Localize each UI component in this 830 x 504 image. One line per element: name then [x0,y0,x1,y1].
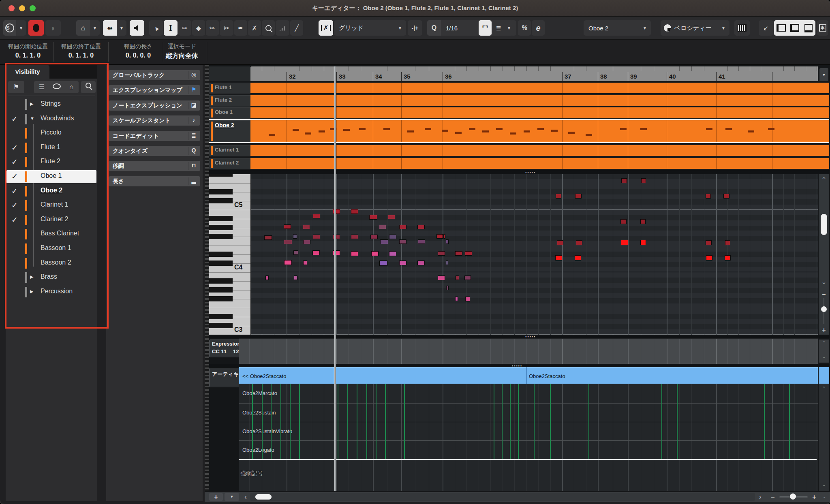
midi-note[interactable] [303,261,307,265]
pin-button[interactable]: ⚑ [8,81,24,93]
show-bottom-zone-button[interactable] [802,20,815,36]
zone-divider[interactable] [209,335,830,338]
zoom-in-vertical-button[interactable]: + [819,327,828,332]
visibility-item-clarinet-2[interactable]: ✓Clarinet 2 [6,214,96,226]
inspector-section-4[interactable]: スケールアシスタント♪ [109,115,200,126]
midi-note[interactable] [456,275,459,280]
horizontal-scrollbar-track[interactable] [250,493,755,501]
title-bar[interactable]: キーエディター： Oboe 2 (Oboe 1, Flute 2, Flute … [0,0,830,17]
overview-lane-flute-1[interactable] [250,83,829,93]
zoom-tool[interactable] [262,20,275,36]
vertical-scrollbar-thumb[interactable] [821,214,827,235]
curve-tool[interactable]: ╱ [290,20,303,36]
midi-note[interactable] [388,215,395,219]
zone-divider-grip[interactable]: ▪▪▪▪▪ [525,171,543,173]
record-button[interactable] [28,20,44,36]
midi-note[interactable] [380,239,388,244]
visibility-item-woodwinds[interactable]: ✓▼Woodwinds [6,113,96,126]
snap-type-dropdown[interactable]: グリッド▼ [334,20,406,36]
info-field-3[interactable]: 範囲の長さ0. 0. 0. 0 [118,42,158,62]
midi-note[interactable] [293,234,297,239]
midi-note[interactable] [465,251,472,256]
check-icon[interactable]: ✓ [11,143,18,152]
range-selection-tool[interactable]: I [164,20,178,36]
controller-lane-dropdown[interactable]: ベロシティー▼ [661,20,729,36]
ruler-options-button[interactable]: ▼ [819,68,828,82]
midi-note[interactable] [725,255,731,261]
overview-track-header-flute-1[interactable]: Flute 1 [209,83,250,94]
midi-note[interactable] [706,240,712,245]
black-key[interactable] [209,261,233,266]
dynamics-row[interactable]: 強弱記号 [240,470,263,477]
controller-lane[interactable] [239,338,818,365]
overview-lane-oboe-1[interactable] [250,107,829,118]
midi-note[interactable] [725,240,730,245]
midi-note[interactable] [455,297,458,301]
expand-icon[interactable]: ▶ [30,274,33,280]
midi-note[interactable] [389,251,396,256]
visibility-item-bass-clarinet[interactable]: Bass Clarinet [6,228,96,241]
midi-note[interactable] [555,255,562,261]
midi-note[interactable] [399,239,406,244]
midi-note[interactable] [446,239,449,244]
info-field-value[interactable]: 縦方向全体 [162,52,202,60]
midi-note[interactable] [284,224,291,229]
midi-note[interactable] [706,194,711,199]
horizontal-zoom-knob[interactable] [790,493,796,500]
zone-divider[interactable] [209,170,830,174]
midi-note[interactable] [303,240,310,244]
midi-note[interactable] [436,234,443,239]
visibility-item-clarinet-1[interactable]: ✓Clarinet 1 [6,199,96,212]
active-part-dropdown[interactable]: Oboe 2▼ [584,20,651,36]
midi-note[interactable] [284,240,292,244]
visibility-item-percussion[interactable]: ▶Percussion [6,286,96,299]
midi-note[interactable] [621,178,627,183]
track-list-filter-button[interactable]: ☰ [34,81,50,93]
articulation-event-1[interactable]: << Oboe2Staccato [239,367,335,384]
black-key[interactable] [209,287,233,293]
grid-nudge-button[interactable]: -|+ [408,20,422,36]
retrospective-record-button[interactable]: ◗ [45,20,61,36]
inspector-section-2[interactable]: エクスプレッションマップ⚑ [109,85,200,95]
midi-note[interactable] [438,275,445,280]
midi-note[interactable] [620,219,627,224]
midi-note[interactable] [313,235,320,239]
autoscroll-button[interactable]: ⇹ [103,20,117,36]
zone-divider-grip[interactable]: ▪▪▪▪▪ [525,335,543,338]
midi-note[interactable] [351,251,358,256]
scroll-down-button[interactable]: ⌄ [819,354,828,361]
time-warp-tool[interactable] [276,20,289,36]
midi-note[interactable] [294,275,297,280]
pitch-visibility-button[interactable] [734,20,750,36]
info-field-value[interactable]: 0. 0. 0. 0 [118,52,158,59]
expand-icon[interactable]: ▶ [30,289,33,294]
line-tool[interactable]: ✏ [206,20,219,36]
inspector-section-6[interactable]: クオンタイズQ [109,146,200,156]
glue-tool[interactable]: ✒ [234,20,247,36]
horizontal-scrollbar-thumb[interactable] [255,494,272,500]
articulation-row-oboe2legato[interactable]: Oboe2Legato [242,447,274,453]
black-key[interactable] [209,314,233,319]
midi-note[interactable] [446,261,448,265]
show-left-zone-button[interactable] [774,20,788,36]
piano-keyboard[interactable]: C5C4C3 [209,174,251,335]
check-icon[interactable]: ✓ [11,114,18,124]
visibility-item-brass[interactable]: ▶Brass [6,271,96,284]
midi-note[interactable] [371,251,379,256]
track-home-button[interactable]: ⌂ [76,20,90,36]
overview-track-header-clarinet-2[interactable]: Clarinet 2 [209,158,250,169]
black-key[interactable] [209,189,233,194]
info-field-2[interactable]: 範囲の終了位置0. 1. 1. 0 [59,42,103,62]
show-left-bottom-zone-button[interactable] [788,20,802,36]
black-key[interactable] [209,216,233,221]
hide-tracks-button[interactable] [49,81,64,93]
articulation-event-2[interactable]: Oboe2Staccato [336,367,818,384]
midi-note[interactable] [418,239,425,244]
visibility-item-oboe-1[interactable]: ✓Oboe 1 [6,170,96,183]
zoom-out-horizontal-button[interactable]: – [769,493,777,501]
midi-note[interactable] [379,261,387,266]
controller-lane-presets-button[interactable]: ▼ [225,493,239,501]
scroll-up-button[interactable]: ⌃ [819,386,828,393]
midi-note[interactable] [446,286,449,290]
solo-options-dropdown[interactable]: ▼ [16,20,26,36]
